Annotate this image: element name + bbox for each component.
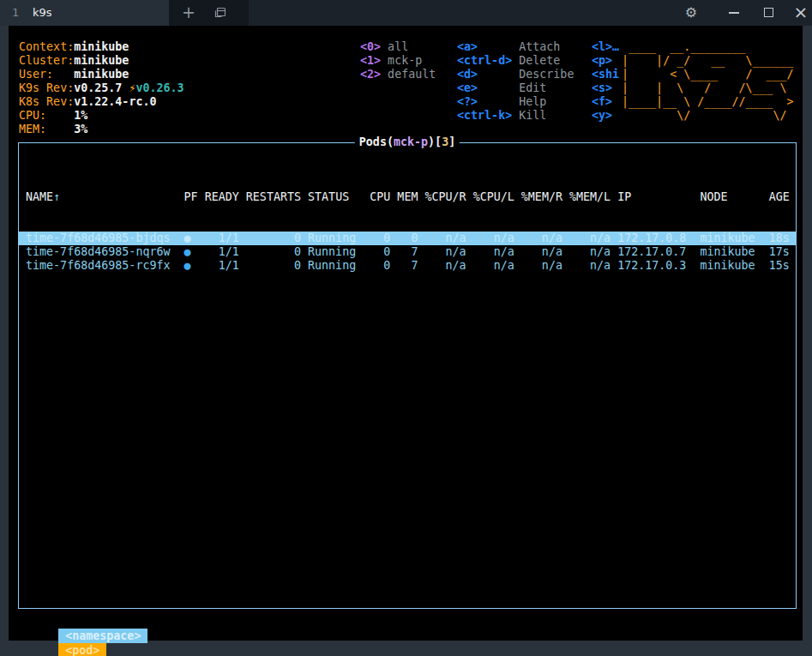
shortcut-line: <1> mck-p bbox=[360, 54, 436, 68]
shortcut-line: <p> bbox=[592, 54, 619, 68]
cell: n/a bbox=[569, 259, 617, 272]
shortcut-key: <shi bbox=[592, 68, 619, 81]
shortcut-key: <1> bbox=[360, 54, 388, 67]
cell: 0 bbox=[370, 245, 397, 258]
tab-k9s[interactable]: 1 k9s bbox=[0, 0, 169, 26]
cell: 172.17.0.3 bbox=[617, 259, 700, 272]
info-line: Context:minikube bbox=[19, 40, 184, 54]
shortcut-key: <ctrl-d> bbox=[457, 54, 519, 67]
cell: n/a bbox=[473, 232, 521, 244]
shortcut-line: <ctrl-d> Delete bbox=[457, 54, 574, 68]
table-title-prefix: Pods( bbox=[359, 135, 394, 148]
header-cell: STATUS bbox=[308, 190, 370, 203]
table-body: time-7f68d46985-bjdqs ● 1/1 0 Running 0 … bbox=[19, 232, 796, 273]
table-row[interactable]: time-7f68d46985-nqr6w ● 1/1 0 Running 0 … bbox=[19, 245, 796, 259]
shortcut-key: <p> bbox=[592, 54, 612, 67]
cell: 1/1 bbox=[205, 259, 246, 272]
header-cell: NAME bbox=[26, 190, 53, 203]
shortcut-label: Help bbox=[519, 95, 546, 108]
shortcut-line: <s> bbox=[592, 81, 619, 95]
cell: 0 bbox=[246, 259, 308, 272]
tab-strip-actions: + bbox=[169, 0, 249, 26]
shortcut-key: <l>… bbox=[592, 40, 619, 53]
duplicate-tab-icon[interactable] bbox=[213, 6, 226, 20]
shortcut-line: <0> all bbox=[360, 40, 436, 54]
cell: 0 bbox=[246, 232, 308, 244]
crumb-pod: <pod> bbox=[58, 643, 106, 656]
cell: time-7f68d46985-nqr6w bbox=[26, 245, 184, 258]
info-label: Cluster: bbox=[19, 54, 74, 68]
cell: Running bbox=[308, 232, 370, 244]
cell: n/a bbox=[424, 232, 472, 244]
cell: 1/1 bbox=[205, 245, 246, 258]
info-line: User: minikube bbox=[19, 68, 184, 81]
cell: minikube bbox=[700, 259, 768, 272]
cell: Running bbox=[308, 245, 370, 258]
header-cell: %MEM/L bbox=[569, 190, 617, 203]
header-cell: AGE bbox=[769, 190, 797, 203]
shortcut-label: mck-p bbox=[388, 54, 422, 67]
info-line: K8s Rev:v1.22.4-rc.0 bbox=[19, 95, 184, 109]
k9s-logo: ____ __.________ | |/ _/ __ \______ | < … bbox=[622, 40, 794, 123]
cell: n/a bbox=[521, 245, 569, 258]
cell: 0 bbox=[246, 245, 308, 258]
shortcut-label: Describe bbox=[519, 68, 574, 81]
table-title-mid: )[ bbox=[428, 135, 442, 148]
shortcut-key: <2> bbox=[360, 68, 388, 81]
cell: n/a bbox=[473, 245, 521, 258]
more-shortcuts: <l>…<p><shi<s><f><y> bbox=[592, 40, 619, 123]
header-cell: RESTARTS bbox=[246, 190, 308, 203]
shortcut-key: <ctrl-k> bbox=[457, 109, 519, 122]
new-tab-icon[interactable]: + bbox=[177, 0, 200, 26]
info-value: v0.25.7 bbox=[74, 81, 122, 94]
shortcut-label: default bbox=[388, 68, 436, 81]
table-title-suffix: ] bbox=[448, 135, 455, 148]
cell: 7 bbox=[397, 245, 424, 258]
close-button[interactable]: × bbox=[791, 0, 811, 26]
info-value: v1.22.4-rc.0 bbox=[74, 95, 156, 108]
shortcut-line: <ctrl-k> Kill bbox=[457, 109, 574, 123]
cell: n/a bbox=[424, 245, 472, 258]
shortcut-key: <f> bbox=[592, 95, 612, 108]
cell: n/a bbox=[521, 232, 569, 244]
cell: 0 bbox=[397, 232, 424, 244]
table-title-namespace: mck-p bbox=[394, 135, 428, 148]
cell: n/a bbox=[473, 259, 521, 272]
info-line: CPU: 1% bbox=[19, 109, 184, 123]
cell: ● bbox=[184, 232, 205, 244]
shortcut-line: <y> bbox=[592, 109, 619, 123]
info-value: minikube bbox=[74, 54, 129, 67]
shortcut-line: <e> Edit bbox=[457, 81, 574, 95]
header-cell: MEM bbox=[397, 190, 424, 203]
info-label: K9s Rev: bbox=[19, 81, 74, 95]
table-row[interactable]: time-7f68d46985-bjdqs ● 1/1 0 Running 0 … bbox=[19, 232, 796, 245]
header-cell: %CPU/L bbox=[473, 190, 521, 203]
cell: ● bbox=[184, 259, 205, 272]
settings-gear-icon[interactable]: ⚙ bbox=[681, 0, 701, 26]
cell: 1/1 bbox=[205, 232, 246, 244]
info-label: K8s Rev: bbox=[19, 95, 74, 109]
shortcut-label: Edit bbox=[519, 81, 546, 94]
cell: n/a bbox=[569, 232, 617, 244]
minimize-button[interactable] bbox=[724, 0, 744, 26]
info-line: Cluster:minikube bbox=[19, 54, 184, 68]
tab-number: 1 bbox=[12, 0, 19, 26]
cell: minikube bbox=[700, 245, 768, 258]
cell: 7 bbox=[397, 259, 424, 272]
shortcut-key: <d> bbox=[457, 68, 519, 81]
app-window: 1 k9s + ⚙ × Context:minikubeCluster:mini… bbox=[0, 0, 812, 656]
shortcut-label: Delete bbox=[519, 54, 560, 67]
shortcut-line: <l>… bbox=[592, 40, 619, 54]
sort-arrow-icon: ↑ bbox=[53, 190, 60, 203]
header-cell: READY bbox=[205, 190, 246, 203]
info-value: 3% bbox=[74, 123, 87, 135]
upgrade-version: v0.26.3 bbox=[135, 81, 183, 94]
info-value: minikube bbox=[74, 68, 129, 81]
header-cell: %CPU/R bbox=[424, 190, 472, 203]
cell: minikube bbox=[700, 232, 768, 244]
tab-title: k9s bbox=[33, 0, 52, 26]
pods-table: Pods(mck-p)[3] NAME↑ PF READY RESTARTS S… bbox=[18, 142, 797, 609]
maximize-button[interactable] bbox=[758, 0, 779, 26]
info-line: K9s Rev:v0.25.7 ⚡v0.26.3 bbox=[19, 81, 184, 95]
table-row[interactable]: time-7f68d46985-rc9fx ● 1/1 0 Running 0 … bbox=[19, 259, 796, 273]
